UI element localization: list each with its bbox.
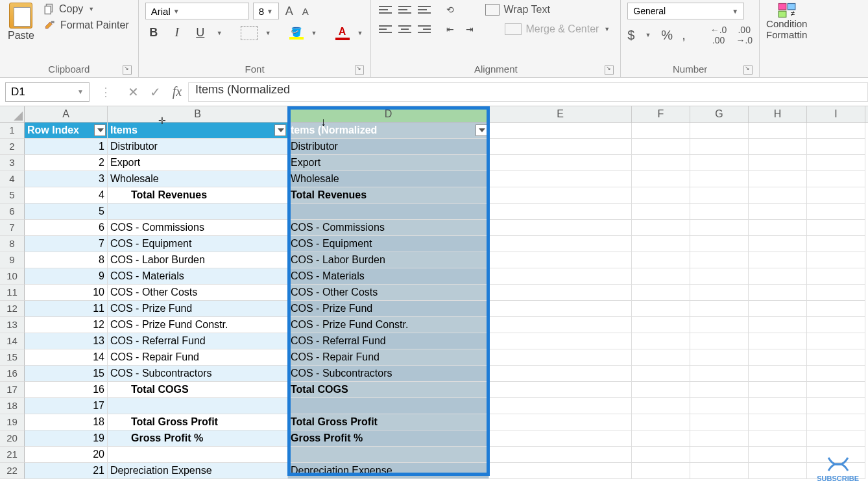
align-center-button[interactable] xyxy=(397,22,413,36)
cell-rowindex[interactable]: 4 xyxy=(25,187,108,204)
increase-font-button[interactable]: A xyxy=(283,5,296,18)
cell-empty[interactable] xyxy=(690,268,749,285)
cell-normalized[interactable]: COS - Commissions xyxy=(288,220,489,236)
decrease-decimal-button[interactable]: .00→.0 xyxy=(736,25,753,45)
cell-empty[interactable] xyxy=(690,139,749,155)
increase-indent-button[interactable]: ⇥ xyxy=(466,22,481,36)
cell-empty[interactable] xyxy=(749,252,807,268)
cell-empty[interactable] xyxy=(690,236,749,252)
cell-empty[interactable] xyxy=(632,301,690,317)
conditional-formatting-button[interactable]: ≠ Condition Formattin xyxy=(760,0,814,77)
cell-empty[interactable] xyxy=(807,333,865,349)
decrease-font-button[interactable]: A xyxy=(300,6,311,17)
cell-rowindex[interactable]: 20 xyxy=(25,447,108,463)
filter-dropdown[interactable] xyxy=(274,124,286,136)
cell-items[interactable]: Total Gross Profit xyxy=(108,414,288,430)
row-header[interactable]: 17 xyxy=(0,382,25,398)
cell-empty[interactable] xyxy=(807,171,865,187)
cell-empty[interactable] xyxy=(749,382,807,398)
cell-items[interactable] xyxy=(108,447,288,463)
cell-empty[interactable] xyxy=(489,155,632,171)
wrap-text-button[interactable]: Wrap Text xyxy=(483,3,552,16)
cell-empty[interactable] xyxy=(690,171,749,187)
cell-normalized[interactable]: Gross Profit % xyxy=(288,430,489,447)
cell-empty[interactable] xyxy=(749,204,807,220)
row-header[interactable]: 19 xyxy=(0,414,25,430)
cell-empty[interactable] xyxy=(690,252,749,268)
formula-enter-button[interactable]: ✓ xyxy=(144,84,166,100)
cell-items[interactable]: COS - Other Costs xyxy=(108,285,288,301)
filter-dropdown[interactable] xyxy=(476,124,487,136)
cell-empty[interactable] xyxy=(632,333,690,349)
cell-items[interactable]: COS - Subcontractors xyxy=(108,366,288,382)
cell-empty[interactable] xyxy=(690,382,749,398)
cell-empty[interactable] xyxy=(632,220,690,236)
cell-empty[interactable] xyxy=(489,317,632,333)
cell-normalized[interactable]: COS - Materials xyxy=(288,268,489,285)
chevron-down-icon[interactable]: ▼ xyxy=(603,26,611,32)
cell-normalized[interactable]: COS - Equipment xyxy=(288,236,489,252)
cell-items[interactable]: Total COGS xyxy=(108,382,288,398)
cell-items[interactable]: Distributor xyxy=(108,139,288,155)
cell-empty[interactable] xyxy=(807,349,865,366)
cell-empty[interactable] xyxy=(749,414,807,430)
row-header[interactable]: 15 xyxy=(0,349,25,366)
column-header-b[interactable]: B xyxy=(108,106,288,122)
dialog-launcher-icon[interactable] xyxy=(123,65,132,75)
cell-empty[interactable] xyxy=(489,187,632,204)
row-header[interactable]: 4 xyxy=(0,171,25,187)
cell-empty[interactable] xyxy=(632,155,690,171)
cell-rowindex[interactable]: 11 xyxy=(25,301,108,317)
subscribe-badge[interactable]: SUBSCRIBE xyxy=(817,455,859,479)
cell-items[interactable]: Export xyxy=(108,155,288,171)
paste-button[interactable]: Paste xyxy=(6,3,36,41)
cell-empty[interactable] xyxy=(749,333,807,349)
cell-empty[interactable] xyxy=(690,366,749,382)
chevron-down-icon[interactable]: ▼ xyxy=(264,8,276,15)
cell-normalized[interactable]: COS - Other Costs xyxy=(288,285,489,301)
cell-empty[interactable] xyxy=(807,430,865,447)
cell-empty[interactable] xyxy=(749,187,807,204)
cell-rowindex[interactable]: 18 xyxy=(25,414,108,430)
chevron-down-icon[interactable]: ▼ xyxy=(356,30,365,36)
cell-empty[interactable] xyxy=(632,171,690,187)
row-header[interactable]: 11 xyxy=(0,285,25,301)
cell-empty[interactable] xyxy=(632,268,690,285)
cell-rowindex[interactable]: 3 xyxy=(25,171,108,187)
bold-button[interactable]: B xyxy=(145,25,162,41)
cell-empty[interactable] xyxy=(489,236,632,252)
cell-empty[interactable] xyxy=(749,301,807,317)
cell-empty[interactable] xyxy=(690,333,749,349)
formula-input[interactable]: Items (Normalized xyxy=(188,82,868,102)
column-header-e[interactable]: E xyxy=(489,106,632,122)
name-box[interactable]: D1▼ xyxy=(5,82,90,102)
cell-empty[interactable] xyxy=(632,317,690,333)
cell-items[interactable]: COS - Labor Burden xyxy=(108,252,288,268)
align-bottom-button[interactable] xyxy=(416,3,432,17)
cell-empty[interactable] xyxy=(749,123,807,139)
table-header-rowindex[interactable]: Row Index xyxy=(25,123,108,139)
cell-rowindex[interactable]: 14 xyxy=(25,349,108,366)
cell-empty[interactable] xyxy=(632,366,690,382)
cell-empty[interactable] xyxy=(749,349,807,366)
cell-normalized[interactable]: COS - Referral Fund xyxy=(288,333,489,349)
cell-rowindex[interactable]: 6 xyxy=(25,220,108,236)
cell-empty[interactable] xyxy=(749,317,807,333)
cell-empty[interactable] xyxy=(807,382,865,398)
cell-empty[interactable] xyxy=(632,204,690,220)
font-size-combo[interactable]: 8▼ xyxy=(253,3,279,19)
cell-items[interactable]: COS - Repair Fund xyxy=(108,349,288,366)
cell-empty[interactable] xyxy=(632,414,690,430)
cell-empty[interactable] xyxy=(690,447,749,463)
row-header[interactable]: 3 xyxy=(0,155,25,171)
formula-cancel-button[interactable]: ✕ xyxy=(122,84,144,100)
cell-empty[interactable] xyxy=(690,463,749,479)
cell-normalized[interactable]: COS - Repair Fund xyxy=(288,349,489,366)
cell-empty[interactable] xyxy=(807,414,865,430)
cell-empty[interactable] xyxy=(807,204,865,220)
font-color-button[interactable]: A xyxy=(335,26,350,40)
cell-empty[interactable] xyxy=(632,285,690,301)
row-header[interactable]: 8 xyxy=(0,236,25,252)
cell-empty[interactable] xyxy=(749,463,807,479)
cell-empty[interactable] xyxy=(807,366,865,382)
